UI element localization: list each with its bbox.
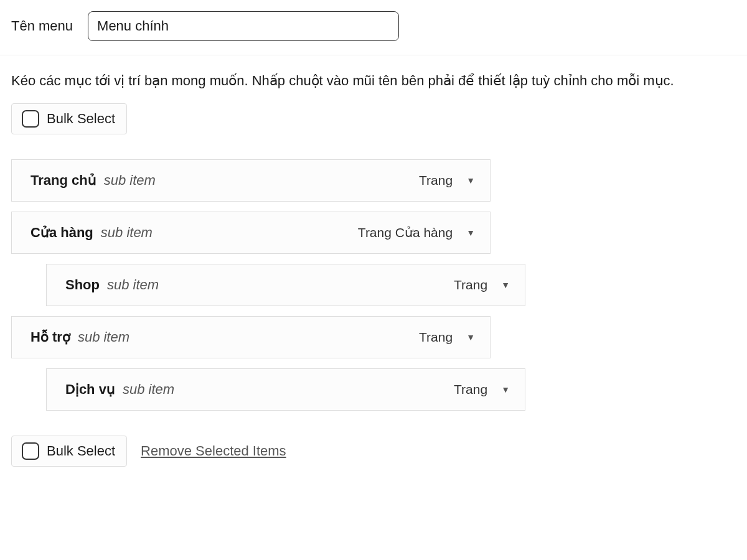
bulk-select-label-bottom: Bulk Select: [47, 443, 115, 459]
menu-item[interactable]: Dịch vụsub itemTrang▼: [46, 368, 525, 411]
menu-item-right: Trang▼: [419, 173, 475, 188]
chevron-down-icon[interactable]: ▼: [466, 228, 475, 238]
menu-name-row: Tên menu: [0, 0, 747, 55]
menu-item-type: Trang: [419, 330, 453, 345]
chevron-down-icon[interactable]: ▼: [466, 175, 475, 185]
menu-item-right: Trang▼: [419, 330, 475, 345]
menu-name-label: Tên menu: [11, 18, 73, 34]
bulk-select-checkbox-top[interactable]: [22, 110, 39, 128]
menu-item-sub-label: sub item: [78, 329, 129, 345]
menu-item-sub-label: sub item: [107, 277, 159, 293]
menu-item[interactable]: Shopsub itemTrang▼: [46, 264, 525, 306]
menu-item[interactable]: Trang chủsub itemTrang▼: [11, 159, 491, 202]
menu-item-left: Dịch vụsub item: [65, 381, 174, 398]
content-area: Kéo các mục tới vị trí bạn mong muốn. Nh…: [0, 55, 747, 482]
bulk-select-label-top: Bulk Select: [47, 111, 115, 127]
bulk-select-top[interactable]: Bulk Select: [11, 103, 127, 134]
chevron-down-icon[interactable]: ▼: [501, 385, 510, 394]
menu-item-title: Shop: [65, 277, 100, 293]
menu-item-left: Cửa hàngsub item: [31, 225, 153, 241]
menu-item-title: Trang chủ: [31, 172, 96, 189]
menu-item-left: Shopsub item: [65, 277, 159, 293]
menu-item-sub-label: sub item: [123, 381, 174, 398]
menu-item-title: Cửa hàng: [31, 225, 93, 241]
menu-item[interactable]: Cửa hàngsub itemTrang Cửa hàng▼: [11, 212, 491, 254]
menu-name-input[interactable]: [88, 11, 399, 41]
chevron-down-icon[interactable]: ▼: [466, 332, 475, 342]
menu-item[interactable]: Hỗ trợsub itemTrang▼: [11, 316, 491, 358]
menu-item-right: Trang▼: [454, 382, 510, 397]
chevron-down-icon[interactable]: ▼: [501, 280, 510, 290]
bulk-select-checkbox-bottom[interactable]: [22, 442, 39, 460]
bottom-actions: Bulk Select Remove Selected Items: [11, 436, 736, 467]
menu-item-right: Trang Cửa hàng▼: [358, 225, 475, 240]
menu-item-sub-label: sub item: [101, 225, 153, 241]
menu-item-left: Trang chủsub item: [31, 172, 156, 189]
menu-item-type: Trang Cửa hàng: [358, 225, 453, 240]
menu-item-left: Hỗ trợsub item: [31, 329, 129, 345]
menu-item-sub-label: sub item: [104, 172, 156, 189]
menu-item-type: Trang: [454, 382, 487, 397]
menu-item-type: Trang: [454, 278, 487, 292]
menu-item-right: Trang▼: [454, 278, 510, 292]
instructions-text: Kéo các mục tới vị trí bạn mong muốn. Nh…: [11, 70, 736, 91]
menu-item-type: Trang: [419, 173, 453, 188]
menu-item-title: Dịch vụ: [65, 381, 115, 398]
bulk-select-bottom[interactable]: Bulk Select: [11, 436, 127, 467]
menu-items-list: Trang chủsub itemTrang▼Cửa hàngsub itemT…: [11, 159, 736, 411]
remove-selected-link[interactable]: Remove Selected Items: [141, 443, 286, 459]
menu-item-title: Hỗ trợ: [31, 329, 70, 345]
